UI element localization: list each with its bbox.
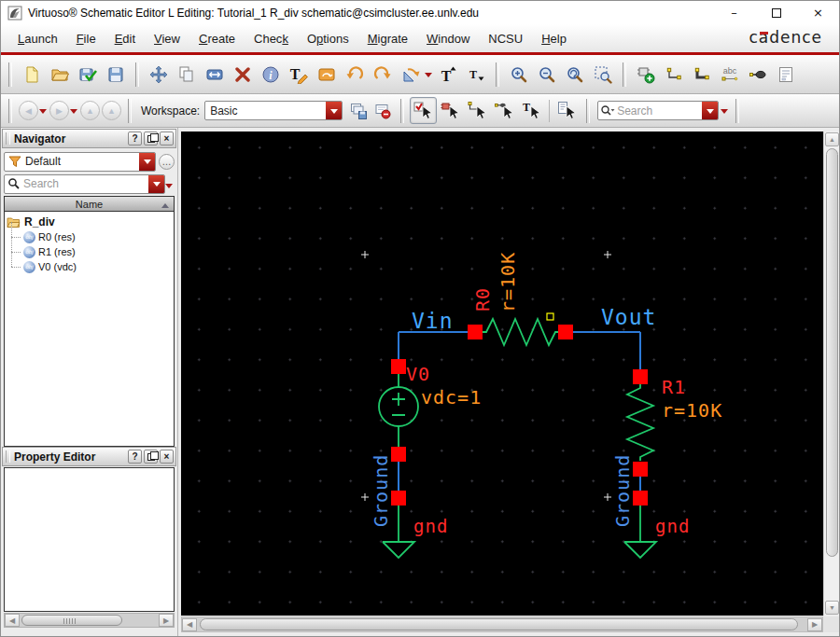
toolbar-grip[interactable] — [735, 99, 739, 123]
scrollbar-thumb[interactable] — [200, 618, 798, 630]
menu-migrate[interactable]: Migrate — [358, 27, 417, 50]
toolbar-grip[interactable] — [135, 62, 139, 87]
scroll-right-button[interactable]: ▶ — [159, 614, 174, 627]
toolbar-grip[interactable] — [496, 62, 499, 87]
scroll-left-button[interactable]: ◀ — [182, 618, 197, 631]
instance-label-r0[interactable]: R0 — [471, 287, 494, 312]
query-properties-button[interactable] — [553, 97, 581, 124]
minimize-button[interactable]: – — [713, 1, 755, 24]
navigator-search-dropdown[interactable] — [148, 175, 164, 193]
canvas-vertical-scrollbar[interactable]: ▲ ▼ — [823, 132, 840, 616]
properties-button[interactable]: i — [257, 61, 285, 89]
navigator-filter-dropdown[interactable] — [139, 153, 155, 171]
scroll-up-button[interactable]: ▲ — [825, 132, 839, 146]
zoom-out-button[interactable] — [533, 61, 561, 89]
property-editor-scrollbar[interactable]: ◀ ▶ — [4, 613, 175, 628]
menu-launch[interactable]: Launch — [8, 27, 67, 50]
top-button[interactable]: ▲ — [102, 101, 121, 120]
create-pin-button[interactable] — [744, 61, 772, 89]
navigator-search[interactable] — [4, 174, 165, 194]
menu-help[interactable]: Help — [532, 27, 576, 50]
net-label-vin[interactable]: Vin — [412, 309, 454, 333]
search-options-caret[interactable] — [721, 109, 728, 118]
instance-edit-button[interactable] — [313, 61, 341, 89]
back-dropdown-caret[interactable] — [39, 109, 47, 118]
back-button[interactable]: ◀ — [19, 101, 38, 120]
create-note-button[interactable] — [772, 61, 800, 89]
zoom-to-selected-button[interactable] — [589, 61, 617, 89]
resistor-r0-symbol[interactable] — [483, 319, 559, 345]
scrollbar-thumb[interactable] — [21, 615, 122, 626]
scroll-left-button[interactable]: ◀ — [5, 614, 20, 627]
copy-button[interactable] — [173, 61, 201, 89]
net-label-gnd-left[interactable]: gnd — [413, 516, 448, 536]
toolbar-grip[interactable] — [586, 99, 590, 123]
resistor-r1-symbol[interactable] — [627, 384, 653, 461]
property-label-r1-value[interactable]: r=10K — [662, 399, 722, 422]
tree-column-header[interactable]: Name — [4, 196, 175, 212]
edit-labels-button[interactable]: T — [285, 61, 313, 89]
canvas-horizontal-scrollbar[interactable]: ◀ ▶ — [181, 616, 823, 632]
navigator-filter-select[interactable]: Default — [4, 152, 156, 172]
navigator-more-button[interactable]: … — [159, 154, 175, 170]
selection-handles[interactable] — [391, 325, 648, 505]
select-pin-filter-button[interactable] — [491, 97, 518, 124]
toolbar-grip[interactable] — [623, 62, 626, 87]
navigator-help-button[interactable]: ? — [128, 132, 142, 145]
menu-ncsu[interactable]: NCSU — [479, 27, 532, 50]
ground-label-left[interactable]: Ground — [370, 454, 392, 527]
close-button[interactable]: × — [797, 1, 839, 24]
property-editor-header[interactable]: Property Editor ? × — [2, 447, 176, 466]
tree-item-v0[interactable]: obj V0 (vdc) — [5, 259, 174, 274]
navigator-search-input[interactable] — [23, 177, 148, 190]
ascend-button[interactable]: T — [434, 61, 462, 89]
toolbar-grip[interactable] — [8, 99, 12, 123]
check-and-save-button[interactable] — [74, 61, 102, 89]
property-editor-float-button[interactable] — [144, 450, 158, 464]
net-label-gnd-right[interactable]: gnd — [655, 516, 690, 536]
navigator-search-caret[interactable] — [165, 184, 173, 192]
forward-dropdown-caret[interactable] — [70, 109, 77, 118]
workspace-dropdown-button[interactable] — [326, 102, 342, 119]
navigator-header[interactable]: Navigator ? × — [2, 129, 176, 148]
toolbar-grip[interactable] — [400, 99, 404, 123]
scroll-down-button[interactable]: ▼ — [825, 601, 839, 615]
menu-edit[interactable]: Edit — [105, 27, 145, 50]
scroll-right-button[interactable]: ▶ — [807, 618, 822, 631]
save-button[interactable] — [102, 61, 130, 89]
tree-item-r0[interactable]: obj R0 (res) — [5, 229, 174, 244]
redo-button[interactable] — [369, 61, 397, 89]
select-wire-filter-button[interactable] — [464, 97, 491, 124]
menu-check[interactable]: Check — [245, 27, 298, 50]
workspace-select[interactable]: Basic — [204, 101, 343, 120]
create-wide-wire-button[interactable] — [688, 61, 716, 89]
wire-net-vout[interactable] — [566, 332, 640, 377]
toolbar-grip[interactable] — [8, 62, 12, 87]
save-workspace-icon[interactable] — [346, 99, 371, 123]
rotate-button[interactable] — [397, 61, 425, 89]
stretch-button[interactable] — [201, 61, 229, 89]
select-all-filter-button[interactable] — [410, 97, 437, 124]
select-label-filter-button[interactable]: T — [518, 97, 545, 124]
schematic-canvas[interactable]: Vin Vout R0 r=10K V0 vdc=1 R1 r=10K Grou… — [181, 132, 823, 616]
create-wire-button[interactable] — [660, 61, 688, 89]
net-label-vout[interactable]: Vout — [601, 305, 656, 329]
wire-net-gnd[interactable] — [399, 454, 640, 498]
undo-button[interactable] — [341, 61, 369, 89]
move-button[interactable] — [145, 61, 173, 89]
navigator-float-button[interactable] — [144, 132, 158, 145]
property-editor-help-button[interactable]: ? — [128, 450, 142, 464]
toolbar-search-input[interactable] — [617, 104, 702, 118]
open-button[interactable] — [46, 61, 74, 89]
delete-button[interactable] — [229, 61, 257, 89]
instance-label-r1[interactable]: R1 — [662, 376, 686, 398]
tree-root-row[interactable]: R_div — [5, 215, 174, 229]
toolbar-grip[interactable] — [128, 99, 132, 123]
instance-label-v0[interactable]: V0 — [406, 363, 430, 385]
property-label-v0-value[interactable]: vdc=1 — [421, 386, 482, 409]
select-instance-filter-button[interactable] — [437, 97, 464, 124]
menu-view[interactable]: View — [145, 27, 189, 50]
property-editor-close-button[interactable]: × — [160, 450, 174, 464]
wire-net-vin[interactable] — [399, 332, 475, 367]
navigator-close-button[interactable]: × — [160, 132, 174, 145]
